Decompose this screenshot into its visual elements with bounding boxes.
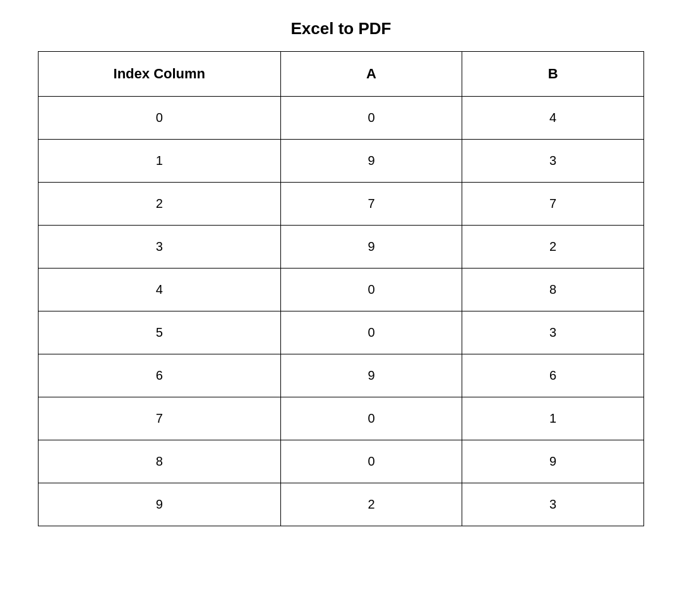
- table-row: 004: [39, 97, 644, 140]
- cell-a-3: 9: [280, 226, 462, 269]
- cell-index-4: 4: [39, 269, 281, 311]
- table-header-row: Index Column A B: [39, 52, 644, 97]
- cell-a-2: 7: [280, 183, 462, 226]
- cell-a-1: 9: [280, 140, 462, 183]
- table-row: 277: [39, 183, 644, 226]
- cell-index-3: 3: [39, 226, 281, 269]
- cell-a-8: 0: [280, 440, 462, 483]
- cell-b-3: 2: [462, 226, 644, 269]
- cell-b-9: 3: [462, 483, 644, 526]
- table-row: 503: [39, 311, 644, 354]
- cell-a-5: 0: [280, 311, 462, 354]
- col-header-index: Index Column: [39, 52, 281, 97]
- cell-index-9: 9: [39, 483, 281, 526]
- cell-a-0: 0: [280, 97, 462, 140]
- cell-b-1: 3: [462, 140, 644, 183]
- data-table: Index Column A B 00419327739240850369670…: [38, 51, 644, 526]
- cell-a-4: 0: [280, 269, 462, 311]
- cell-index-0: 0: [39, 97, 281, 140]
- page-title: Excel to PDF: [291, 19, 392, 39]
- cell-index-8: 8: [39, 440, 281, 483]
- cell-b-8: 9: [462, 440, 644, 483]
- cell-index-2: 2: [39, 183, 281, 226]
- cell-a-7: 0: [280, 397, 462, 440]
- table-row: 392: [39, 226, 644, 269]
- table-row: 923: [39, 483, 644, 526]
- table-row: 809: [39, 440, 644, 483]
- cell-index-5: 5: [39, 311, 281, 354]
- cell-a-6: 9: [280, 354, 462, 397]
- col-header-a: A: [280, 52, 462, 97]
- cell-index-1: 1: [39, 140, 281, 183]
- cell-index-7: 7: [39, 397, 281, 440]
- cell-b-2: 7: [462, 183, 644, 226]
- table-row: 408: [39, 269, 644, 311]
- cell-b-7: 1: [462, 397, 644, 440]
- cell-b-0: 4: [462, 97, 644, 140]
- cell-b-5: 3: [462, 311, 644, 354]
- cell-index-6: 6: [39, 354, 281, 397]
- table-row: 696: [39, 354, 644, 397]
- cell-b-6: 6: [462, 354, 644, 397]
- table-row: 193: [39, 140, 644, 183]
- col-header-b: B: [462, 52, 644, 97]
- page-container: Excel to PDF Index Column A B 0041932773…: [32, 19, 650, 526]
- table-row: 701: [39, 397, 644, 440]
- cell-b-4: 8: [462, 269, 644, 311]
- cell-a-9: 2: [280, 483, 462, 526]
